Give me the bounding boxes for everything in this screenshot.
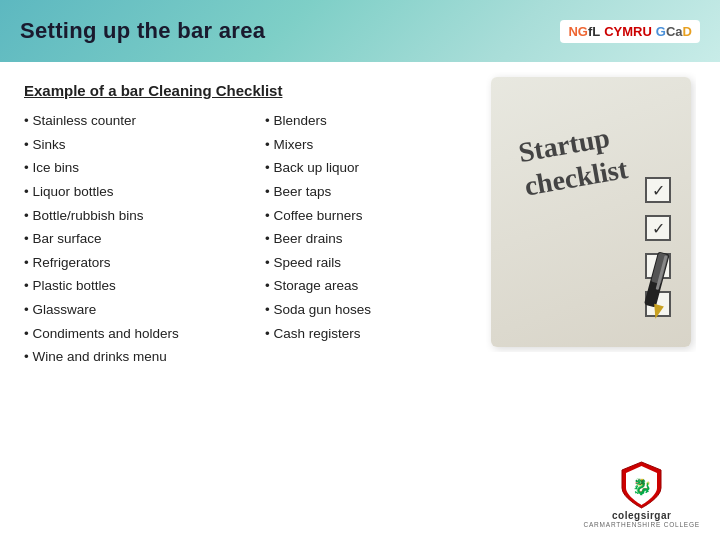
college-name: colegsirgar — [612, 510, 671, 521]
shield-logo-icon: 🐉 — [619, 460, 664, 510]
list-item: Soda gun hoses — [265, 298, 486, 322]
list-item: Condiments and holders — [24, 322, 245, 346]
svg-text:🐉: 🐉 — [632, 477, 652, 496]
list-item: Storage areas — [265, 274, 486, 298]
list-item: Coffee burners — [265, 204, 486, 228]
checklist-image: Startup checklist ✓ ✓ ✓ — [486, 72, 696, 352]
checklist-section: Example of a bar Cleaning Checklist Stai… — [24, 82, 486, 369]
list-item: Mixers — [265, 133, 486, 157]
list-item: Glassware — [24, 298, 245, 322]
ngfl-logo: NGfL — [568, 24, 600, 39]
right-list: Blenders Mixers Back up liquor Beer taps… — [265, 109, 486, 345]
checklist-title: Example of a bar Cleaning Checklist — [24, 82, 486, 99]
left-list: Stainless counter Sinks Ice bins Liquor … — [24, 109, 245, 369]
page-title: Setting up the bar area — [20, 18, 265, 44]
list-item: Plastic bottles — [24, 274, 245, 298]
list-item: Sinks — [24, 133, 245, 157]
checklist-img-text: Startup checklist — [516, 118, 630, 202]
logo-area: NGfL CYMRU GCaD — [560, 20, 700, 43]
list-item: Liquor bottles — [24, 180, 245, 204]
list-item: Bar surface — [24, 227, 245, 251]
list-item: Beer taps — [265, 180, 486, 204]
list-item: Cash registers — [265, 322, 486, 346]
list-item: Back up liquor — [265, 156, 486, 180]
college-logo: 🐉 colegsirgar CARMARTHENSHIRE COLLEGE — [583, 460, 700, 528]
right-column: Blenders Mixers Back up liquor Beer taps… — [265, 109, 486, 369]
checkbox-2: ✓ — [645, 215, 671, 241]
pen-icon — [631, 247, 696, 327]
gcad-logo: GCaD — [656, 24, 692, 39]
page-header: Setting up the bar area NGfL CYMRU GCaD — [0, 0, 720, 62]
list-item: Blenders — [265, 109, 486, 133]
list-item: Stainless counter — [24, 109, 245, 133]
checkbox-1: ✓ — [645, 177, 671, 203]
list-item: Ice bins — [24, 156, 245, 180]
main-content: Example of a bar Cleaning Checklist Stai… — [0, 62, 720, 379]
college-subtitle: CARMARTHENSHIRE COLLEGE — [583, 521, 700, 528]
college-logo-area: 🐉 colegsirgar CARMARTHENSHIRE COLLEGE — [583, 460, 700, 528]
list-item: Bottle/rubbish bins — [24, 204, 245, 228]
left-column: Stainless counter Sinks Ice bins Liquor … — [24, 109, 245, 369]
columns-wrapper: Stainless counter Sinks Ice bins Liquor … — [24, 109, 486, 369]
list-item: Speed rails — [265, 251, 486, 275]
checklist-img-card: Startup checklist ✓ ✓ ✓ — [491, 77, 691, 347]
cymru-logo: CYMRU — [604, 24, 652, 39]
list-item: Refrigerators — [24, 251, 245, 275]
list-item: Beer drains — [265, 227, 486, 251]
list-item: Wine and drinks menu — [24, 345, 245, 369]
